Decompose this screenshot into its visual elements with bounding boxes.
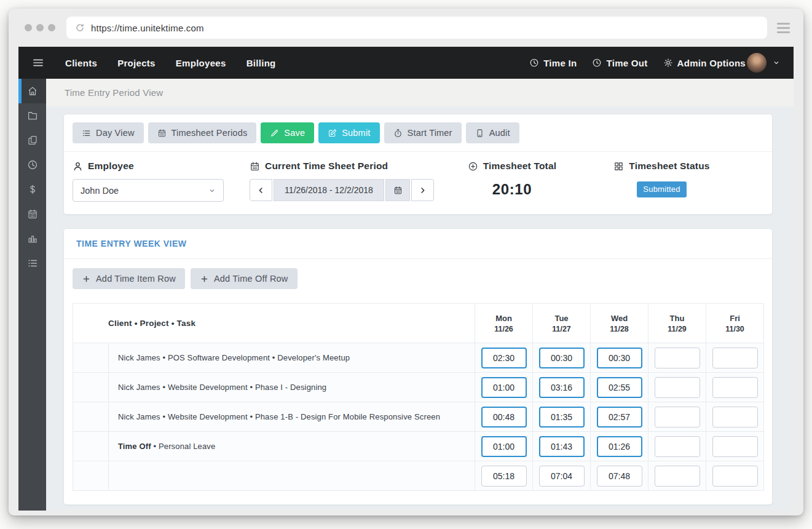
page-title: Time Entry Period View [65, 87, 163, 98]
week-view-panel: TIME ENTRY WEEK VIEW Add Time Item RowAd… [63, 228, 773, 505]
nav-action-admin-options[interactable]: Admin Options [663, 58, 746, 68]
previous-period-button[interactable] [250, 179, 272, 201]
url-bar[interactable]: https://time.unitektime.com [66, 17, 767, 39]
plus-icon [200, 274, 209, 284]
save-button[interactable]: Save [261, 122, 314, 143]
nav-link-employees[interactable]: Employees [176, 58, 226, 68]
stopwatch-icon [393, 129, 403, 138]
status-column: Timesheet Status Submitted [608, 161, 715, 197]
day-column-header: Thu11/29 [648, 304, 706, 343]
period-label: Current Time Sheet Period [250, 161, 434, 172]
main-content: Time Entry Period View Day ViewTimesheet… [46, 79, 794, 511]
task-cell: Nick James • POS Software Development • … [109, 343, 475, 373]
list-menu-icon [27, 258, 38, 269]
dollar-icon [27, 184, 38, 195]
chevron-down-icon[interactable] [773, 59, 780, 66]
add-time-off-row-button[interactable]: Add Time Off Row [191, 268, 298, 289]
employee-select[interactable]: John Doe [73, 179, 224, 202]
time-input[interactable] [712, 436, 758, 457]
sidebar-item-list-menu[interactable] [18, 251, 46, 276]
time-input[interactable] [481, 348, 527, 368]
day-column-header: Fri11/30 [706, 304, 764, 343]
timesheet-summary-row: Employee John Doe Current Ti [64, 152, 772, 214]
submit-button[interactable]: Submit [318, 122, 379, 143]
time-input[interactable] [655, 436, 700, 457]
week-view-title: TIME ENTRY WEEK VIEW [64, 229, 772, 259]
task-cell: Nick James • Website Development • Phase… [109, 373, 475, 402]
start-timer-button[interactable]: Start Timer [384, 122, 462, 143]
menu-icon[interactable] [32, 57, 44, 69]
time-input[interactable] [655, 377, 700, 398]
sidebar-item-folder[interactable] [18, 103, 46, 128]
timesheet-periods-button[interactable]: Timesheet Periods [148, 122, 257, 143]
calendar-icon [27, 209, 38, 220]
audit-button[interactable]: Audit [466, 122, 519, 143]
content-scroll-area: Day ViewTimesheet PeriodsSaveSubmitStart… [46, 106, 794, 511]
nav-link-clients[interactable]: Clients [65, 58, 97, 68]
sidebar-item-dollar[interactable] [18, 177, 46, 202]
time-input[interactable] [712, 377, 758, 398]
nav-link-billing[interactable]: Billing [246, 58, 276, 68]
time-input[interactable] [712, 348, 758, 368]
time-input[interactable] [712, 407, 758, 428]
task-cell: Nick James • Website Development • Phase… [109, 402, 475, 432]
sidebar-item-bar-chart[interactable] [18, 226, 46, 251]
next-period-button[interactable] [411, 179, 434, 201]
chevron-down-icon [208, 187, 216, 194]
user-menu[interactable] [747, 53, 780, 73]
time-entry-row: Nick James • Website Development • Phase… [73, 373, 764, 402]
time-input[interactable] [597, 436, 642, 457]
day-view-button[interactable]: Day View [73, 122, 144, 143]
pencil-icon [270, 129, 279, 138]
sidebar-item-pages[interactable] [18, 128, 46, 153]
sidebar-item-calendar[interactable] [18, 202, 46, 226]
time-input[interactable] [539, 348, 585, 368]
time-input[interactable] [597, 348, 642, 368]
time-entry-row: Nick James • Website Development • Phase… [73, 402, 764, 432]
nav-action-time-out[interactable]: Time Out [592, 58, 647, 68]
grid-icon [613, 161, 624, 172]
refresh-icon[interactable] [75, 23, 85, 33]
total-label: Timesheet Total [468, 161, 557, 172]
navbar-links: ClientsProjectsEmployeesBilling [65, 58, 276, 68]
time-input[interactable] [539, 377, 585, 398]
total-column: Timesheet Total 20:10 [464, 161, 560, 198]
employee-label: Employee [73, 161, 224, 172]
calendar-icon [250, 161, 260, 172]
plus-circle-icon [468, 161, 478, 172]
browser-menu-icon[interactable] [777, 23, 790, 33]
add-time-item-row-button[interactable]: Add Time Item Row [73, 268, 185, 289]
edit-square-icon [328, 129, 337, 138]
time-input[interactable] [539, 436, 585, 457]
time-input[interactable] [655, 407, 700, 428]
sidebar-item-home[interactable] [18, 79, 46, 103]
calendar-icon [157, 129, 167, 138]
day-total [539, 466, 585, 487]
day-column-header: Wed11/28 [591, 304, 648, 343]
nav-action-time-in[interactable]: Time In [529, 58, 577, 68]
time-input[interactable] [597, 377, 642, 398]
timesheet-total-value: 20:10 [492, 181, 532, 198]
folder-icon [27, 110, 38, 121]
status-badge: Submitted [637, 181, 686, 197]
chevron-left-icon [257, 186, 265, 194]
status-label: Timesheet Status [613, 161, 709, 172]
audit-icon [475, 129, 484, 138]
clock-icon [27, 159, 38, 170]
nav-link-projects[interactable]: Projects [117, 58, 156, 68]
day-total [597, 466, 642, 487]
time-entry-table-wrap: Client • Project • TaskMon11/26Tue11/27W… [73, 303, 764, 491]
totals-row [73, 461, 764, 491]
time-input[interactable] [597, 407, 642, 428]
window-control-dot [48, 24, 55, 31]
time-input[interactable] [481, 436, 527, 457]
time-input[interactable] [539, 407, 585, 428]
sidebar-item-clock[interactable] [18, 153, 46, 177]
time-input[interactable] [655, 348, 700, 368]
avatar[interactable] [747, 53, 767, 73]
time-input[interactable] [481, 377, 527, 398]
app: ClientsProjectsEmployeesBilling Time InT… [18, 47, 794, 511]
day-column-header: Tue11/27 [533, 304, 591, 343]
time-input[interactable] [481, 407, 527, 428]
period-calendar-button[interactable] [385, 179, 410, 201]
